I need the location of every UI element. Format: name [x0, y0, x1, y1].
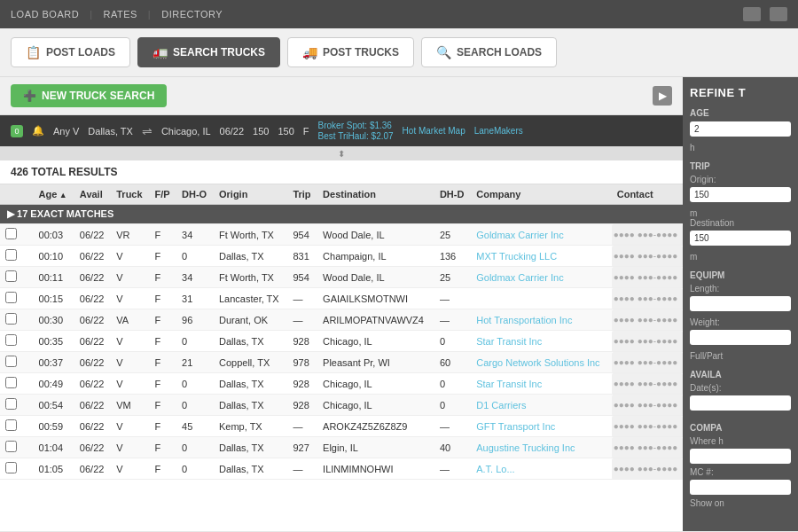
row-company-3[interactable] — [471, 288, 612, 309]
row-checkbox-3[interactable] — [5, 292, 17, 303]
table-row[interactable]: 01:04 06/22 V F 0 Dallas, TX 927 Elgin, … — [0, 437, 683, 458]
row-company-9[interactable]: GFT Transport Inc — [471, 416, 612, 437]
table-row[interactable]: 00:30 06/22 VA F 96 Durant, OK — ARILMOP… — [0, 309, 683, 331]
equip-section-label: EQUIPM — [690, 270, 791, 280]
nav-icon-truck[interactable] — [743, 7, 761, 21]
row-dho-6: 21 — [176, 352, 214, 373]
table-row[interactable]: 01:05 06/22 V F 0 Dallas, TX — ILINMIMNO… — [0, 458, 683, 480]
row-company-11[interactable]: A.T. Lo... — [471, 458, 612, 480]
row-dho-2: 34 — [176, 267, 214, 288]
row-company-4[interactable]: Hot Transportation Inc — [471, 309, 612, 331]
row-company-10[interactable]: Augustine Trucking Inc — [471, 437, 612, 458]
destination-input[interactable] — [690, 231, 791, 246]
row-company-5[interactable]: Star Transit Inc — [471, 331, 612, 352]
collapse-panel-button[interactable]: ▶ — [653, 86, 672, 106]
scroll-indicator[interactable]: ⬍ — [0, 146, 683, 160]
col-origin[interactable]: Origin — [214, 184, 287, 205]
row-flags-3 — [22, 288, 34, 309]
table-row[interactable]: 00:35 06/22 V F 0 Dallas, TX 928 Chicago… — [0, 331, 683, 352]
row-checkbox-5[interactable] — [5, 334, 17, 346]
row-checkbox-1[interactable] — [5, 249, 17, 261]
row-checkbox-2[interactable] — [5, 270, 17, 282]
equip-field-row: Length: Weight: Full/Part — [690, 284, 791, 361]
row-age-11: 01:05 — [34, 458, 74, 480]
table-row[interactable]: 00:54 06/22 VM F 0 Dallas, TX 928 Chicag… — [0, 395, 683, 416]
row-fp-10: F — [150, 437, 176, 458]
row-age-6: 00:37 — [34, 352, 74, 373]
nav-icon-briefcase[interactable] — [770, 7, 787, 21]
table-row[interactable]: 00:10 06/22 V F 0 Dallas, TX 831 Champai… — [0, 246, 683, 267]
row-checkbox-6[interactable] — [5, 356, 17, 367]
row-dhd-2: 25 — [434, 267, 471, 288]
tab-post-loads-label: POST LOADS — [46, 46, 115, 59]
broker-spot-link[interactable]: Broker Spot: $1.36 — [318, 121, 394, 130]
col-fp[interactable]: F/P — [150, 184, 176, 205]
tab-search-loads[interactable]: 🔍 SEARCH LOADS — [421, 37, 557, 67]
table-row[interactable]: 00:15 06/22 V F 31 Lancaster, TX — GAIAI… — [0, 288, 683, 309]
new-search-button[interactable]: ➕ NEW TRUCK SEARCH — [11, 84, 167, 107]
table-row[interactable]: 00:59 06/22 V F 45 Kemp, TX — AROKZ4Z5Z6… — [0, 416, 683, 437]
results-table-wrap[interactable]: Age Avail Truck F/P DH-O Origin Trip Des… — [0, 184, 683, 531]
row-checkbox-10[interactable] — [5, 441, 17, 452]
row-checkbox-4[interactable] — [5, 313, 17, 325]
col-contact[interactable]: Contact — [612, 184, 683, 205]
length-input[interactable] — [690, 296, 791, 311]
row-dhd-1: 136 — [434, 246, 471, 267]
tab-post-loads[interactable]: 📋 POST LOADS — [11, 37, 130, 67]
row-truck-0: VR — [111, 224, 149, 246]
row-destination-9: AROKZ4Z5Z6Z8Z9 — [317, 416, 434, 437]
table-row[interactable]: 00:37 06/22 V F 21 Coppell, TX 978 Pleas… — [0, 352, 683, 373]
row-company-0[interactable]: Goldmax Carrier Inc — [471, 224, 612, 246]
col-dho[interactable]: DH-O — [176, 184, 214, 205]
lane-makers-link[interactable]: LaneMakers — [474, 126, 523, 136]
row-checkbox-11[interactable] — [5, 462, 17, 473]
row-destination-6: Pleasant Pr, WI — [317, 352, 434, 373]
row-truck-2: V — [111, 267, 149, 288]
col-truck[interactable]: Truck — [111, 184, 149, 205]
nav-divider-1: | — [90, 9, 92, 20]
mc-input[interactable] — [690, 480, 791, 495]
row-company-2[interactable]: Goldmax Carrier Inc — [471, 267, 612, 288]
age-input[interactable] — [690, 121, 791, 137]
table-row[interactable]: 00:11 06/22 V F 34 Ft Worth, TX 954 Wood… — [0, 267, 683, 288]
col-company[interactable]: Company — [471, 184, 612, 205]
active-indicator: 0 — [11, 125, 23, 137]
row-company-7[interactable]: Star Transit Inc — [471, 373, 612, 395]
row-trip-0: 954 — [287, 224, 317, 246]
best-trihaul-link[interactable]: Best TriHaul: $2.07 — [318, 131, 394, 141]
nav-directory[interactable]: DIRECTORY — [161, 9, 223, 20]
col-dhd[interactable]: DH-D — [434, 184, 471, 205]
dates-input[interactable] — [690, 395, 791, 411]
row-destination-5: Chicago, IL — [317, 331, 434, 352]
destination-unit: m — [690, 252, 791, 262]
tab-post-trucks[interactable]: 🚚 POST TRUCKS — [287, 37, 414, 67]
row-checkbox-0[interactable] — [5, 228, 17, 239]
row-company-6[interactable]: Cargo Network Solutions Inc — [471, 352, 612, 373]
row-avail-3: 06/22 — [74, 288, 111, 309]
row-flags-8 — [22, 395, 34, 416]
showon-field-row: Show on — [690, 498, 791, 508]
row-age-9: 00:59 — [34, 416, 74, 437]
nav-load-board[interactable]: LOAD BOARD — [11, 9, 79, 20]
table-row[interactable]: 00:03 06/22 VR F 34 Ft Worth, TX 954 Woo… — [0, 224, 683, 246]
row-fp-1: F — [150, 246, 176, 267]
row-company-1[interactable]: MXT Trucking LLC — [471, 246, 612, 267]
hot-market-link[interactable]: Hot Market Map — [403, 126, 466, 136]
where-input[interactable] — [690, 449, 791, 464]
tab-search-trucks[interactable]: 🚛 SEARCH TRUCKS — [137, 37, 280, 67]
origin-input[interactable] — [690, 187, 791, 202]
col-trip[interactable]: Trip — [287, 184, 317, 205]
row-checkbox-9[interactable] — [5, 419, 17, 431]
row-company-8[interactable]: D1 Carriers — [471, 395, 612, 416]
row-checkbox-7[interactable] — [5, 377, 17, 388]
nav-divider-2: | — [148, 9, 151, 20]
row-dhd-4: — — [434, 309, 471, 331]
col-destination[interactable]: Destination — [317, 184, 434, 205]
row-checkbox-8[interactable] — [5, 398, 17, 410]
table-row[interactable]: 00:49 06/22 V F 0 Dallas, TX 928 Chicago… — [0, 373, 683, 395]
col-avail[interactable]: Avail — [74, 184, 111, 205]
weight-input[interactable] — [690, 330, 791, 345]
nav-rates[interactable]: RATES — [104, 9, 137, 20]
row-contact-11: ●●●● ●●●-●●●● — [612, 458, 683, 480]
col-age[interactable]: Age — [34, 184, 74, 205]
